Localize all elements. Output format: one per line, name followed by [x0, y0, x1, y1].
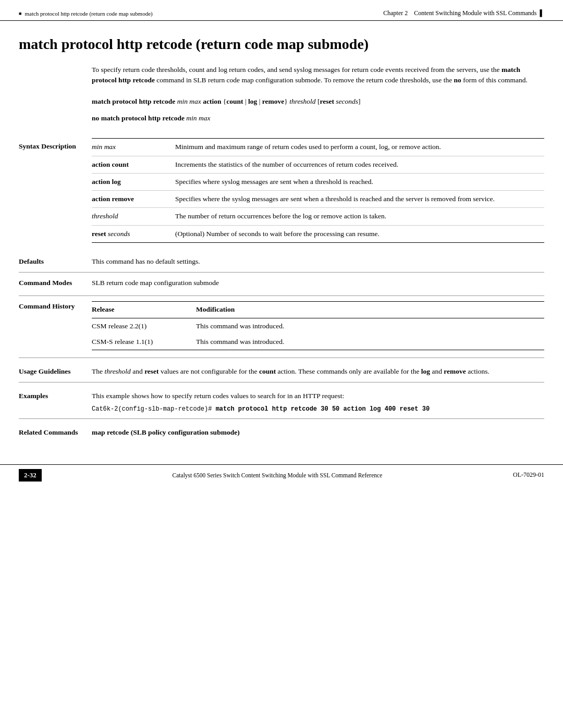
- syntax-line2: no match protocol http retcode min max: [92, 113, 544, 124]
- history-release: CSM-S release 1.1(1): [92, 334, 196, 350]
- related-commands-content: map retcode (SLB policy configuration su…: [92, 427, 544, 438]
- usage-guidelines-label: Usage Guidelines: [19, 366, 92, 377]
- defaults-section: Defaults This command has no default set…: [19, 248, 544, 272]
- history-modification: This command was introduced.: [196, 318, 544, 334]
- history-col-release: Release: [92, 302, 196, 318]
- syntax-description-label: Syntax Description: [19, 138, 92, 151]
- code-block: Cat6k-2(config-slb-map-retcode)# match p…: [92, 405, 544, 414]
- command-history-content: ReleaseModificationCSM release 2.2(1)Thi…: [92, 301, 544, 350]
- related-commands-label: Related Commands: [19, 427, 92, 438]
- usage-guidelines-content: The threshold and reset values are not c…: [92, 366, 544, 377]
- page-footer: 2-32 Catalyst 6500 Series Switch Content…: [0, 464, 563, 486]
- defaults-content: This command has no default settings.: [92, 256, 544, 267]
- usage-guidelines-section: Usage Guidelines The threshold and reset…: [19, 357, 544, 382]
- history-col-modification: Modification: [196, 302, 544, 318]
- command-history-section: Command History ReleaseModificationCSM r…: [19, 295, 544, 357]
- syntax-description-section: Syntax Description min maxMinimum and ma…: [19, 133, 544, 248]
- history-table: ReleaseModificationCSM release 2.2(1)Thi…: [92, 301, 544, 350]
- command-modes-section: Command Modes SLB return code map config…: [19, 272, 544, 295]
- history-modification: This command was introduced.: [196, 334, 544, 350]
- command-modes-content: SLB return code map configuration submod…: [92, 278, 544, 288]
- intro-paragraph: To specify return code thresholds, count…: [92, 65, 544, 86]
- top-header: match protocol http retcode (return code…: [0, 0, 563, 21]
- page-title: match protocol http retcode (return code…: [19, 35, 544, 53]
- related-commands-section: Related Commands map retcode (SLB policy…: [19, 418, 544, 443]
- syntax-table: min maxMinimum and maximum range of retu…: [92, 138, 544, 243]
- breadcrumb: match protocol http retcode (return code…: [19, 10, 153, 17]
- syntax-description-content: min maxMinimum and maximum range of retu…: [92, 138, 544, 243]
- page-number: 2-32: [19, 469, 42, 482]
- examples-content: This example shows how to specify return…: [92, 391, 544, 413]
- main-content: match protocol http retcode (return code…: [0, 21, 563, 443]
- footer-right-text: OL-7029-01: [513, 471, 544, 479]
- syntax-line1: match protocol http retcode min max acti…: [92, 96, 544, 107]
- page-wrapper: match protocol http retcode (return code…: [0, 0, 563, 728]
- history-release: CSM release 2.2(1): [92, 318, 196, 334]
- chapter-header: Chapter 2 Content Switching Module with …: [383, 9, 544, 17]
- examples-label: Examples: [19, 391, 92, 413]
- defaults-label: Defaults: [19, 256, 92, 267]
- examples-section: Examples This example shows how to speci…: [19, 382, 544, 418]
- command-modes-label: Command Modes: [19, 278, 92, 288]
- footer-center-text: Catalyst 6500 Series Switch Content Swit…: [52, 472, 503, 478]
- command-history-label: Command History: [19, 301, 92, 350]
